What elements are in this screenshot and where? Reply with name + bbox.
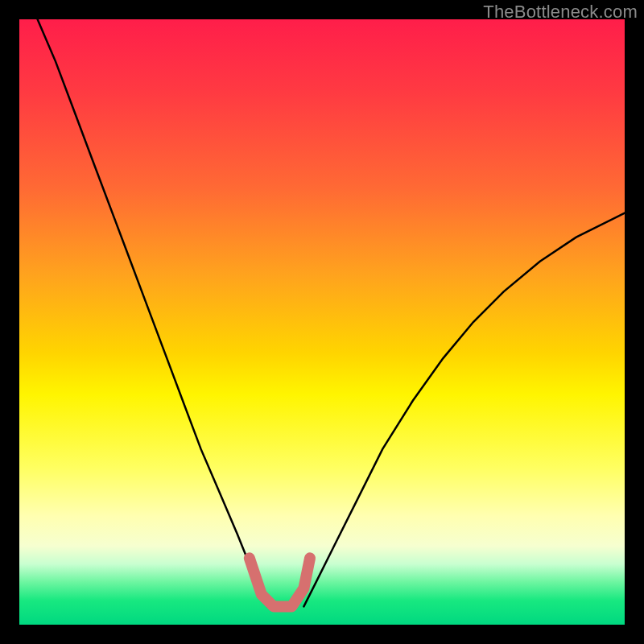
trough-marker-path xyxy=(250,558,310,606)
curves-svg xyxy=(19,19,625,625)
plot-area xyxy=(19,19,625,625)
chart-frame: TheBottleneck.com xyxy=(0,0,644,644)
left-curve-path xyxy=(38,19,268,606)
right-curve-path xyxy=(303,213,625,607)
